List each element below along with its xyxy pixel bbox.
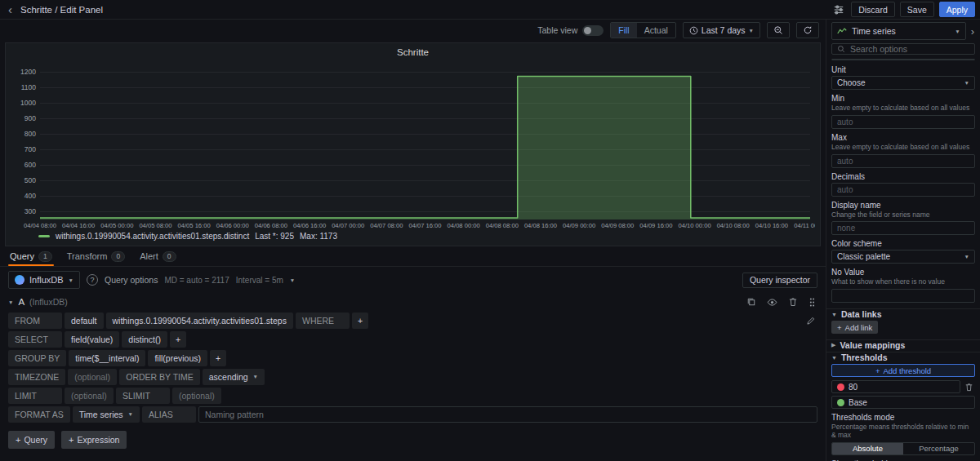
option-color-scheme: Color scheme Classic palette▼ [826,239,980,264]
add-select-part-button[interactable]: + [170,331,186,348]
panel-settings-icon[interactable] [831,2,846,17]
query-options-toggle[interactable]: Query options MD = auto = 2117 Interval … [105,275,295,285]
options-filter-tabs: All Overrides [831,59,975,60]
query-header: InfluxDB ▼ ? Query options MD = auto = 2… [0,267,826,293]
select-function-segment[interactable]: distinct() [122,331,167,348]
delete-threshold-icon[interactable] [963,383,975,392]
orderby-select[interactable]: ascending▼ [203,369,265,385]
search-options-input[interactable]: Search options [831,43,975,55]
limit-row: LIMIT (optional) SLIMIT (optional) [8,388,817,404]
query-count-badge: 1 [38,251,52,262]
collapse-options-pane-icon[interactable]: › [969,25,977,38]
legend-series-name[interactable]: withings.0.19990054.activity.activities0… [56,232,249,241]
panel-options-sidebar: Time series ▼ › Search options All Overr… [826,20,980,461]
add-where-condition-button[interactable]: + [352,313,368,329]
select-row: SELECT field(value) distinct() + [8,331,817,348]
add-groupby-part-button[interactable]: + [210,350,226,366]
limit-input[interactable]: (optional) [65,388,114,404]
svg-text:04/08 16:00: 04/08 16:00 [524,222,557,229]
groupby-time-segment[interactable]: time($__interval) [69,350,145,366]
alias-input[interactable]: Naming pattern [198,406,817,423]
actual-button[interactable]: Actual [637,23,675,38]
query-datasource-label: (InfluxDB) [29,297,68,307]
tab-alert[interactable]: Alert 0 [138,246,177,266]
select-field-segment[interactable]: field(value) [65,331,119,348]
panel-title[interactable]: Schritte [11,45,815,60]
svg-text:300: 300 [24,207,36,215]
no-value-input[interactable] [831,289,975,303]
add-link-button[interactable]: +Add link [831,321,878,334]
svg-text:500: 500 [24,176,36,184]
color-scheme-select[interactable]: Classic palette▼ [831,250,975,264]
percentage-mode-button[interactable]: Percentage [903,443,974,454]
base-color-dot[interactable] [837,399,844,406]
min-input[interactable]: auto [831,115,975,129]
drag-handle-icon[interactable] [807,295,817,309]
display-name-input[interactable]: none [831,221,975,235]
add-threshold-button[interactable]: +Add threshold [831,364,975,377]
tab-query[interactable]: Query 1 [8,246,54,266]
svg-text:04/05 08:00: 04/05 08:00 [139,222,172,229]
fill-actual-group: Fill Actual [610,22,676,38]
svg-text:04/09 16:00: 04/09 16:00 [639,222,672,229]
back-button[interactable]: ‹ [5,3,16,16]
section-thresholds[interactable]: ▼ Thresholds [826,352,980,362]
groupby-row: GROUP BY time($__interval) fill(previous… [8,350,817,366]
svg-text:04/07 08:00: 04/07 08:00 [370,222,403,229]
svg-text:04/06 08:00: 04/06 08:00 [255,222,287,229]
threshold-color-dot[interactable] [837,383,844,391]
influxdb-logo-icon [15,275,24,285]
format-as-select[interactable]: Time series▼ [73,406,140,423]
format-as-label: FORMAT AS [8,406,70,423]
query-inspector-button[interactable]: Query inspector [742,273,817,288]
section-data-links[interactable]: ▼ Data links [826,308,980,319]
max-input[interactable]: auto [831,154,975,168]
refresh-button[interactable] [796,22,819,38]
save-button[interactable]: Save [900,2,934,17]
svg-text:04/09 00:00: 04/09 00:00 [563,222,595,229]
svg-text:04/11 00:00: 04/11 00:00 [794,222,815,229]
timezone-input[interactable]: (optional) [68,369,117,385]
decimals-input[interactable]: auto [831,183,975,197]
format-row: FORMAT AS Time series▼ ALIAS Naming patt… [8,406,817,423]
unit-select[interactable]: Choose▼ [831,76,975,90]
panel-toolbar: Table view Fill Actual Last 7 days ▼ [0,20,826,41]
add-expression-button[interactable]: +Expression [61,431,127,449]
alert-count-badge: 0 [163,251,176,262]
hide-query-icon[interactable] [765,295,779,309]
query-row-header[interactable]: ▼ A (InfluxDB) [8,293,817,311]
table-view-toggle[interactable] [582,25,604,36]
svg-text:700: 700 [24,145,36,153]
svg-text:900: 900 [24,114,36,122]
delete-query-icon[interactable] [786,295,800,308]
measurement-segment[interactable]: withings.0.19990054.activity.activities0… [106,313,293,329]
section-value-mappings[interactable]: ▶ Value mappings [826,339,980,350]
duplicate-query-icon[interactable] [745,295,758,308]
retention-policy-segment[interactable]: default [65,313,104,329]
fill-button[interactable]: Fill [611,23,636,38]
svg-text:04/06 16:00: 04/06 16:00 [293,222,326,229]
legend: withings.0.19990054.activity.activities0… [11,230,815,242]
time-range-picker[interactable]: Last 7 days ▼ [683,22,760,38]
svg-text:04/07 16:00: 04/07 16:00 [408,222,441,229]
timezone-label: TIMEZONE [8,369,65,385]
add-query-button[interactable]: +Query [8,431,55,449]
groupby-fill-segment[interactable]: fill(previous) [148,350,207,366]
zoom-out-icon [773,25,783,35]
toggle-text-edit-icon[interactable] [804,314,817,327]
tab-transform[interactable]: Transform 0 [65,246,127,266]
visualization-picker[interactable]: Time series ▼ [831,22,966,40]
zoom-out-button[interactable] [767,22,790,38]
time-series-viz-icon [837,27,847,35]
svg-text:1200: 1200 [20,68,36,76]
datasource-picker[interactable]: InfluxDB ▼ [8,271,80,289]
datasource-help-icon[interactable]: ? [87,274,98,286]
slimit-input[interactable]: (optional) [172,388,221,404]
threshold-value-input[interactable]: 80 [831,380,960,393]
discard-button[interactable]: Discard [851,2,895,17]
apply-button[interactable]: Apply [939,2,975,17]
from-row: FROM default withings.0.19990054.activit… [8,313,817,329]
absolute-mode-button[interactable]: Absolute [832,443,903,454]
top-header: ‹ Schritte / Edit Panel Discard Save App… [0,0,980,20]
svg-text:800: 800 [24,130,36,138]
